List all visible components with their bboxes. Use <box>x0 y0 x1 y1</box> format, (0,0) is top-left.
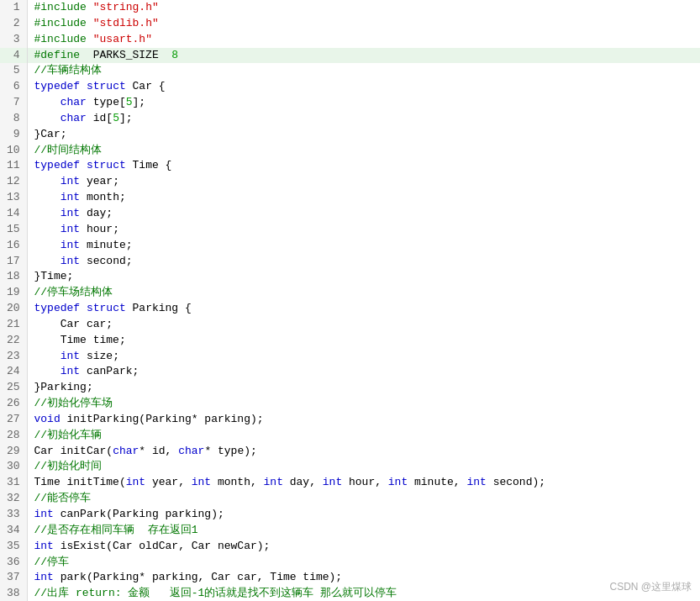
line-number: 26 <box>0 396 27 412</box>
line-content: }Parking; <box>27 380 700 396</box>
line-content: int isExist(Car oldCar, Car newCar); <box>27 539 700 555</box>
line-number: 34 <box>0 523 27 539</box>
line-number: 10 <box>0 143 27 159</box>
line-content: Car car; <box>27 317 700 333</box>
line-content: #define PARKS_SIZE 8 <box>27 48 700 64</box>
line-number: 15 <box>0 222 27 238</box>
line-content: void initParking(Parking* parking); <box>27 412 700 428</box>
line-number: 3 <box>0 32 27 48</box>
line-content: //能否停车 <box>27 491 700 507</box>
line-number: 38 <box>0 586 27 601</box>
line-number: 33 <box>0 507 27 523</box>
watermark: CSDN @这里煤球 <box>609 580 692 594</box>
line-number: 28 <box>0 428 27 444</box>
line-number: 7 <box>0 95 27 111</box>
line-content: //出库 return: 金额 返回-1的话就是找不到这辆车 那么就可以停车 <box>27 586 700 601</box>
line-content: Time time; <box>27 333 700 349</box>
line-number: 16 <box>0 238 27 254</box>
line-number: 35 <box>0 539 27 555</box>
line-content: int hour; <box>27 222 700 238</box>
line-content: char type[5]; <box>27 95 700 111</box>
line-number: 14 <box>0 206 27 222</box>
line-content: //时间结构体 <box>27 143 700 159</box>
line-number: 11 <box>0 158 27 174</box>
line-content: int minute; <box>27 238 700 254</box>
line-number: 23 <box>0 349 27 365</box>
line-content: int month; <box>27 190 700 206</box>
line-content: typedef struct Parking { <box>27 301 700 317</box>
line-content: typedef struct Car { <box>27 79 700 95</box>
line-content: //初始化停车场 <box>27 396 700 412</box>
line-content: #include "stdlib.h" <box>27 16 700 32</box>
line-content: //初始化车辆 <box>27 428 700 444</box>
line-content: #include "string.h" <box>27 0 700 16</box>
line-content: //初始化时间 <box>27 459 700 475</box>
line-number: 8 <box>0 111 27 127</box>
line-content: int year; <box>27 174 700 190</box>
line-content: //停车 <box>27 555 700 571</box>
line-content: //停车场结构体 <box>27 285 700 301</box>
line-number: 9 <box>0 127 27 143</box>
line-number: 18 <box>0 269 27 285</box>
line-content: int second; <box>27 254 700 270</box>
line-content: typedef struct Time { <box>27 158 700 174</box>
line-number: 25 <box>0 380 27 396</box>
line-content: int day; <box>27 206 700 222</box>
line-number: 17 <box>0 254 27 270</box>
line-number: 13 <box>0 190 27 206</box>
line-number: 37 <box>0 570 27 586</box>
line-number: 5 <box>0 63 27 79</box>
line-content: Car initCar(char* id, char* type); <box>27 444 700 460</box>
line-number: 21 <box>0 317 27 333</box>
line-content: Time initTime(int year, int month, int d… <box>27 475 700 491</box>
line-content: int size; <box>27 349 700 365</box>
line-number: 30 <box>0 459 27 475</box>
line-number: 22 <box>0 333 27 349</box>
line-number: 31 <box>0 475 27 491</box>
line-number: 29 <box>0 444 27 460</box>
line-content: int canPark(Parking parking); <box>27 507 700 523</box>
line-number: 6 <box>0 79 27 95</box>
line-number: 36 <box>0 555 27 571</box>
line-content: int park(Parking* parking, Car car, Time… <box>27 570 700 586</box>
line-number: 24 <box>0 364 27 380</box>
line-content: //车辆结构体 <box>27 63 700 79</box>
line-content: //是否存在相同车辆 存在返回1 <box>27 523 700 539</box>
code-container: 1#include "string.h"2#include "stdlib.h"… <box>0 0 700 601</box>
line-content: }Time; <box>27 269 700 285</box>
line-content: #include "usart.h" <box>27 32 700 48</box>
line-number: 27 <box>0 412 27 428</box>
code-table: 1#include "string.h"2#include "stdlib.h"… <box>0 0 700 601</box>
line-number: 12 <box>0 174 27 190</box>
line-number: 20 <box>0 301 27 317</box>
line-content: }Car; <box>27 127 700 143</box>
line-number: 32 <box>0 491 27 507</box>
line-content: char id[5]; <box>27 111 700 127</box>
line-number: 4 <box>0 48 27 64</box>
line-number: 2 <box>0 16 27 32</box>
line-content: int canPark; <box>27 364 700 380</box>
line-number: 1 <box>0 0 27 16</box>
line-number: 19 <box>0 285 27 301</box>
